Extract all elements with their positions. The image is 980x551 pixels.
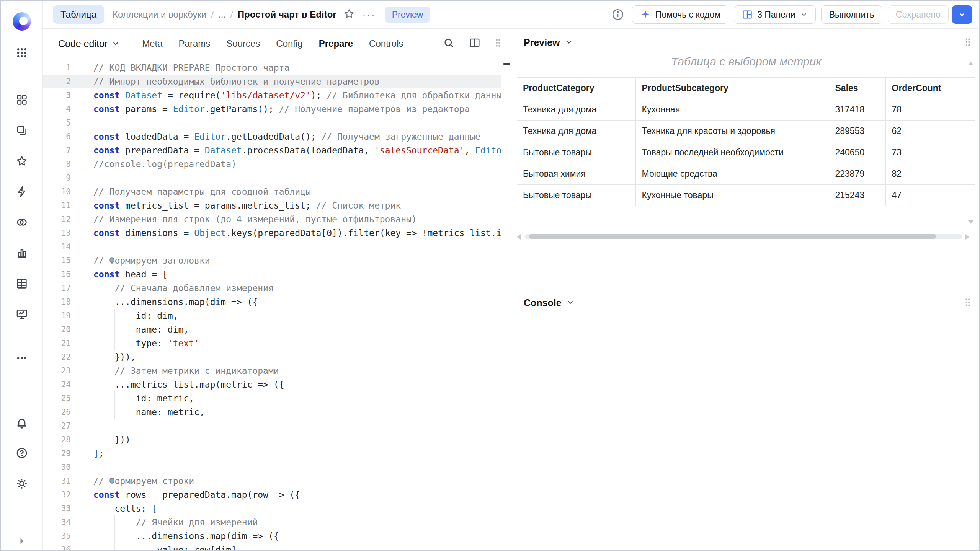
code-line[interactable]: 6const loadedData = Editor.getLoadedData… (43, 130, 513, 143)
horizontal-scrollbar-thumb[interactable] (529, 234, 936, 239)
table-cell: 82 (885, 163, 975, 185)
code-line[interactable]: 27 (43, 419, 513, 433)
workbooks-icon[interactable] (16, 94, 28, 106)
expand-panel-arrow[interactable] (16, 536, 27, 546)
line-number: 18 (43, 295, 71, 309)
code-line[interactable]: 11const metrics_list = params.metrics_li… (43, 199, 513, 212)
code-line[interactable]: 36 value: row[dim], (43, 543, 513, 550)
code-line[interactable]: 3const Dataset = require('libs/dataset/v… (43, 88, 513, 102)
code-line[interactable]: 19 id: dim, (43, 309, 513, 323)
code-line[interactable]: 5 (43, 116, 513, 130)
breadcrumb-ellipsis[interactable]: ... (218, 9, 226, 20)
code-line[interactable]: 21 type: 'text' (43, 336, 513, 350)
tables-grid-icon[interactable] (16, 277, 28, 290)
code-line[interactable]: 4const params = Editor.getParams(); // П… (43, 102, 513, 116)
drag-handle-icon[interactable] (965, 298, 971, 308)
code-line[interactable]: 16const head = [ (43, 267, 513, 281)
run-button[interactable]: Выполнить (821, 5, 882, 24)
preview-collapse-chevron[interactable] (565, 38, 573, 48)
help-question-icon[interactable] (16, 447, 28, 459)
settings-gear-icon[interactable] (16, 478, 28, 490)
scroll-left-arrow-icon[interactable] (517, 234, 521, 240)
line-number: 31 (43, 474, 71, 488)
line-number: 30 (43, 460, 71, 474)
apps-grid-icon[interactable] (16, 47, 28, 59)
scroll-up-arrow-icon[interactable] (968, 62, 974, 65)
drag-handle-icon[interactable] (965, 37, 971, 48)
code-line[interactable]: 22 })), (43, 350, 513, 364)
line-number: 10 (43, 185, 71, 199)
code-line[interactable]: 35 ...dimensions.map(dim => ({ (43, 529, 513, 543)
code-area[interactable]: 1// КОД ВКЛАДКИ PREPARE Простого чарта2/… (43, 59, 513, 550)
entry-more-menu[interactable]: ··· (363, 9, 376, 21)
code-line[interactable]: 30 (43, 460, 513, 474)
code-line[interactable]: 14 (43, 240, 513, 254)
code-line[interactable]: 13const dimensions = Object.keys(prepare… (43, 226, 513, 240)
datalens-logo[interactable] (13, 12, 31, 31)
column-header[interactable]: Sales (829, 78, 885, 99)
tab-sources[interactable]: Sources (226, 36, 260, 51)
tab-controls[interactable]: Controls (369, 36, 403, 51)
code-line[interactable]: 28 })) (43, 433, 513, 447)
code-line[interactable]: 18 ...dimensions.map(dim => ({ (43, 295, 513, 309)
column-header[interactable]: ProductSubcategory (635, 78, 829, 99)
preview-badge[interactable]: Preview (385, 7, 430, 23)
more-ellipsis-icon[interactable] (16, 352, 28, 364)
tab-params[interactable]: Params (179, 36, 211, 51)
code-line[interactable]: 8//console.log(preparedData) (43, 157, 513, 171)
console-collapse-chevron[interactable] (566, 298, 575, 308)
collections-icon[interactable] (16, 124, 28, 137)
horizontal-scrollbar[interactable] (524, 234, 962, 239)
code-line[interactable]: 29]; (43, 447, 513, 460)
functions-lightning-icon[interactable] (16, 186, 28, 198)
info-icon[interactable] (609, 6, 627, 23)
code-line[interactable]: 31// Формируем строки (43, 474, 513, 488)
code-line[interactable]: 34 // Ячейки для измерений (43, 515, 513, 529)
code-line[interactable]: 7const preparedData = Dataset.processDat… (43, 143, 513, 157)
table-cell: Техника для дома (517, 99, 635, 121)
code-line[interactable]: 17 // Сначала добавляем измерения (43, 281, 513, 295)
entry-tab[interactable]: Таблица (53, 5, 104, 24)
notifications-bell-icon[interactable] (16, 417, 28, 429)
scroll-right-arrow-icon[interactable] (965, 234, 969, 240)
code-line[interactable]: 20 name: dim, (43, 323, 513, 336)
breadcrumb-root[interactable]: Коллекции и воркбуки (113, 9, 206, 20)
search-icon[interactable] (443, 37, 454, 50)
column-header[interactable]: ProductCategory (517, 78, 635, 99)
table-cell: Моющие средства (635, 163, 829, 185)
code-line[interactable]: 24 ...metrics_list.map(metric => ({ (43, 378, 513, 391)
line-number: 17 (43, 281, 71, 295)
split-view-icon[interactable] (469, 37, 480, 50)
panels-dropdown-button[interactable]: 3 Панели (734, 5, 816, 24)
code-line[interactable]: 1// КОД ВКЛАДКИ PREPARE Простого чарта (43, 61, 513, 75)
table-cell: 317418 (829, 99, 885, 121)
line-number: 15 (43, 254, 71, 267)
tab-prepare[interactable]: Prepare (319, 36, 353, 51)
favorite-star-button[interactable] (343, 8, 355, 21)
table-cell: 240650 (829, 142, 885, 163)
editor-mode-dropdown[interactable]: Code editor (58, 38, 120, 49)
code-line[interactable]: 15// Формируем заголовки (43, 254, 513, 267)
code-line[interactable]: 32const rows = preparedData.map(row => (… (43, 488, 513, 502)
code-line[interactable]: 2// Импорт необходимых библиотек и получ… (43, 75, 513, 88)
relations-icon[interactable] (16, 216, 28, 228)
save-dropdown-button[interactable] (952, 5, 972, 24)
code-line[interactable]: 33 cells: [ (43, 502, 513, 515)
code-line[interactable]: 26 name: metric, (43, 405, 513, 419)
drag-handle-icon[interactable] (495, 38, 501, 49)
tab-config[interactable]: Config (276, 36, 302, 51)
saved-button[interactable]: Сохранено (888, 5, 949, 24)
tab-meta[interactable]: Meta (142, 36, 162, 51)
code-line[interactable]: 10// Получаем параметры для сводной табл… (43, 185, 513, 199)
column-header[interactable]: OrderCount (885, 78, 975, 99)
panels-label: 3 Панели (757, 10, 795, 20)
charts-icon[interactable] (16, 247, 28, 259)
code-line[interactable]: 12// Измерения для строк (до 4 измерений… (43, 212, 513, 226)
help-with-code-button[interactable]: Помочь с кодом (632, 5, 728, 24)
code-line[interactable]: 25 id: metric, (43, 391, 513, 405)
scroll-down-arrow-icon[interactable] (968, 220, 974, 224)
editor-monitor-icon[interactable] (16, 308, 28, 320)
code-line[interactable]: 23 // Затем метрики с индикаторами (43, 364, 513, 378)
favorites-star-icon[interactable] (16, 155, 28, 167)
code-line[interactable]: 9 (43, 171, 513, 185)
